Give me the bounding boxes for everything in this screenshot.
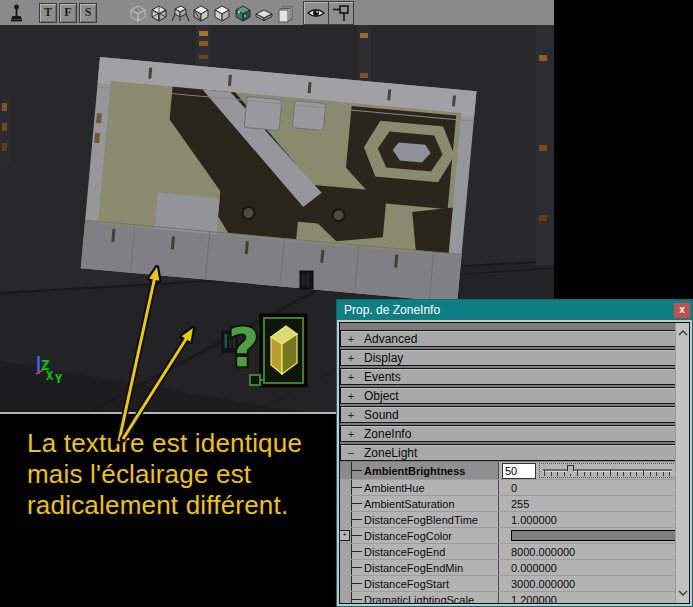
view-front-button[interactable]: F: [59, 3, 77, 23]
property-value-cell[interactable]: 1.000000: [498, 512, 678, 527]
property-row[interactable]: DistanceFogStart 3000.000000: [339, 576, 678, 592]
property-name: DistanceFogEndMin: [364, 562, 463, 574]
realtime-preview-button[interactable]: [328, 2, 353, 24]
property-value: 0.000000: [499, 562, 557, 574]
property-name-cell[interactable]: DramaticLightingScale: [352, 594, 498, 605]
property-value-cell[interactable]: 0.000000: [498, 560, 678, 575]
expand-icon[interactable]: +: [346, 409, 356, 421]
expand-icon[interactable]: +: [346, 390, 356, 402]
property-row[interactable]: AmbientHue 0: [339, 480, 678, 496]
property-row[interactable]: DistanceFogEndMin 0.000000: [339, 560, 678, 576]
property-name-cell[interactable]: DistanceFogBlendTime: [352, 514, 498, 526]
expand-icon[interactable]: +: [346, 428, 356, 440]
property-name: AmbientHue: [364, 482, 425, 494]
scroll-up-button[interactable]: [676, 326, 689, 340]
property-name-cell[interactable]: AmbientBrightness: [352, 465, 498, 477]
view-side-button[interactable]: S: [79, 3, 97, 23]
property-row[interactable]: AmbientBrightness 50: [339, 462, 678, 480]
textured-cube-icon[interactable]: [211, 2, 232, 24]
property-row[interactable]: DramaticLightingScale 1.200000: [339, 592, 678, 604]
value-input[interactable]: [502, 463, 536, 479]
property-name-cell[interactable]: AmbientSaturation: [352, 498, 498, 510]
property-row[interactable]: + DistanceFogColor: [339, 528, 678, 544]
layers-icon[interactable]: [274, 2, 295, 24]
category-header[interactable]: + Advanced: [340, 330, 676, 347]
annotation-line: La texture est identique: [27, 428, 302, 459]
property-value-cell[interactable]: [498, 528, 678, 543]
slider-major-ticks: [544, 470, 673, 476]
property-name: AmbientSaturation: [364, 498, 455, 510]
property-value: 1.000000: [499, 514, 557, 526]
window-titlebar[interactable]: Prop. de ZoneInfo x: [337, 300, 692, 320]
tree-tick: [352, 535, 362, 536]
category-header[interactable]: + Object: [340, 387, 676, 404]
property-name-cell[interactable]: DistanceFogEndMin: [352, 562, 498, 574]
scroll-down-button[interactable]: [676, 586, 689, 600]
tree-tick: [352, 519, 362, 520]
question-mark-icon: ?: [228, 316, 259, 379]
expand-icon[interactable]: +: [346, 333, 356, 345]
category-label: Events: [364, 370, 401, 384]
expand-icon[interactable]: +: [346, 352, 356, 364]
tree-tick: [352, 599, 362, 600]
category-label: Object: [364, 389, 399, 403]
category-header[interactable]: + ZoneInfo: [340, 425, 676, 442]
row-gutter: [339, 560, 352, 575]
property-value-cell[interactable]: 50: [498, 462, 678, 479]
property-name: DistanceFogBlendTime: [364, 514, 478, 526]
bsp-cuts-cube-icon[interactable]: [190, 2, 211, 24]
category-header[interactable]: + Sound: [340, 406, 676, 423]
property-name-cell[interactable]: AmbientHue: [352, 482, 498, 494]
property-row[interactable]: DistanceFogBlendTime 1.000000: [339, 512, 678, 528]
row-gutter: [339, 480, 352, 495]
property-name: DistanceFogEnd: [364, 546, 445, 558]
close-button[interactable]: x: [674, 303, 690, 318]
property-value-cell[interactable]: 3000.000000: [498, 576, 678, 591]
category-header[interactable]: + Events: [340, 368, 676, 385]
property-name-cell[interactable]: DistanceFogStart: [352, 578, 498, 590]
annotation-text: La texture est identique mais l'éclairag…: [27, 428, 302, 521]
property-value: 8000.000000: [499, 546, 575, 558]
row-gutter: [339, 544, 352, 559]
property-value-cell[interactable]: 0: [498, 480, 678, 495]
row-gutter: [339, 462, 352, 479]
view-top-button[interactable]: T: [39, 3, 57, 23]
texture-usage-cube-icon[interactable]: [169, 2, 190, 24]
window-frame: + Advanced + Display + Events + Object: [337, 320, 692, 606]
property-value-cell[interactable]: 1.200000: [498, 592, 678, 604]
zone-portal-cube-icon[interactable]: [148, 2, 169, 24]
expand-icon[interactable]: −: [346, 447, 356, 459]
zoneinfo-actor-sprite[interactable]: ?: [228, 315, 306, 386]
eye-icon: [306, 6, 326, 20]
actor-joystick-icon[interactable]: [6, 2, 27, 24]
property-grid: + Advanced + Display + Events + Object: [339, 322, 690, 604]
tree-tick: [352, 487, 362, 488]
category-header[interactable]: − ZoneLight: [340, 444, 676, 461]
expand-icon[interactable]: +: [346, 371, 356, 383]
property-value: 255: [499, 498, 529, 510]
vertical-scrollbar[interactable]: [675, 323, 689, 603]
dynamic-light-cube-icon[interactable]: [232, 2, 253, 24]
category-header[interactable]: + Display: [340, 349, 676, 366]
property-row[interactable]: AmbientSaturation 255: [339, 496, 678, 512]
property-name-cell[interactable]: DistanceFogEnd: [352, 546, 498, 558]
property-name-cell[interactable]: DistanceFogColor: [352, 530, 498, 542]
expand-icon[interactable]: +: [339, 530, 350, 541]
property-row-list: AmbientBrightness 50: [339, 462, 678, 604]
value-slider[interactable]: [539, 463, 676, 478]
property-value-cell[interactable]: 8000.000000: [498, 544, 678, 559]
show-flags-button[interactable]: [304, 2, 328, 24]
property-value-cell[interactable]: 255: [498, 496, 678, 511]
wireframe-cube-icon[interactable]: [127, 2, 148, 24]
axis-y-label: Y: [55, 372, 63, 386]
depth-sheet-icon[interactable]: [253, 2, 274, 24]
color-swatch[interactable]: [511, 530, 678, 541]
category-label: Advanced: [364, 332, 417, 346]
screen: T F S: [0, 0, 693, 607]
property-name: DramaticLightingScale: [364, 594, 474, 605]
category-label: Sound: [364, 408, 399, 422]
property-value: 3000.000000: [499, 578, 575, 590]
property-row[interactable]: DistanceFogEnd 8000.000000: [339, 544, 678, 560]
category-list: + Advanced + Display + Events + Object: [340, 330, 676, 463]
window-title: Prop. de ZoneInfo: [337, 303, 674, 317]
